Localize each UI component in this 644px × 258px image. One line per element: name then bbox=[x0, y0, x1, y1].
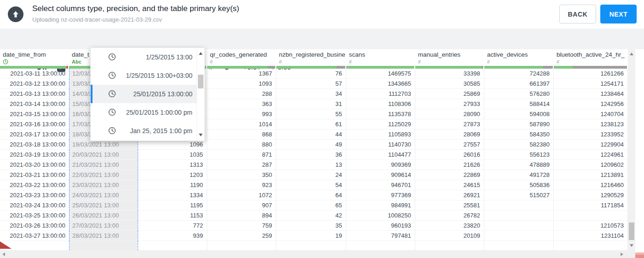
cell[interactable]: 1014 bbox=[207, 119, 276, 129]
vertical-scroll-thumb[interactable] bbox=[629, 223, 634, 240]
cell[interactable]: 993 bbox=[207, 109, 276, 119]
dropdown-option[interactable]: 1/25/2015 13:00 bbox=[91, 48, 197, 66]
dropdown-option[interactable]: Jan 25, 2015 1:00 pm bbox=[91, 122, 197, 140]
cell[interactable]: 2021-03-19 13:00:00 bbox=[0, 150, 69, 160]
cell[interactable]: 363 bbox=[207, 99, 276, 109]
cell[interactable]: 1035 bbox=[138, 150, 207, 160]
cell[interactable]: 34 bbox=[276, 89, 346, 99]
cell[interactable]: 31 bbox=[276, 99, 346, 109]
cell[interactable]: 27/03/2021 13:00 bbox=[69, 221, 138, 231]
cell[interactable]: 288 bbox=[207, 89, 276, 99]
cell[interactable]: 797481 bbox=[346, 231, 415, 241]
dropdown-option[interactable]: 1/25/2015 13:00+03:00 bbox=[91, 66, 197, 85]
vertical-scrollbar[interactable] bbox=[628, 49, 635, 250]
cell[interactable]: 587890 bbox=[484, 119, 554, 129]
cell[interactable]: 20109 bbox=[415, 231, 484, 241]
cell[interactable]: 1240704 bbox=[554, 109, 628, 119]
column-header-date_time_from[interactable]: date_time_from bbox=[0, 49, 69, 66]
back-button[interactable]: BACK bbox=[559, 5, 596, 23]
dropdown-option[interactable]: 25/01/2015 13:00:00 bbox=[91, 85, 197, 103]
horizontal-scrollbar[interactable] bbox=[0, 250, 635, 258]
cell[interactable]: 1224961 bbox=[554, 150, 628, 160]
cell[interactable]: 30585 bbox=[415, 79, 484, 89]
cell[interactable]: 26921 bbox=[415, 190, 484, 200]
cell[interactable]: 20/03/2021 13:00 bbox=[69, 150, 138, 160]
cell[interactable]: 33398 bbox=[415, 69, 484, 79]
cell[interactable]: 1313 bbox=[138, 160, 207, 170]
cell[interactable]: 939 bbox=[138, 231, 207, 241]
cell[interactable]: 1343665 bbox=[346, 79, 415, 89]
cell[interactable]: 55 bbox=[276, 109, 346, 119]
cell[interactable]: 19 bbox=[276, 231, 346, 241]
cell[interactable]: 1190 bbox=[138, 180, 207, 190]
cell[interactable] bbox=[276, 241, 346, 250]
dropdown-option[interactable]: 25/01/2015 1:00:00 pm bbox=[91, 103, 197, 122]
cell[interactable]: 1290529 bbox=[554, 190, 628, 200]
cell[interactable]: 2021-03-13 13:00:00 bbox=[0, 89, 69, 99]
column-header-qr_codes_generated[interactable]: qr_codes_generated# bbox=[207, 49, 276, 66]
cell[interactable]: 25/03/2021 13:00 bbox=[69, 200, 138, 211]
cell[interactable]: 1216460 bbox=[554, 180, 628, 190]
cell[interactable]: 556123 bbox=[484, 150, 554, 160]
cell[interactable]: 19/03/2021 13:00 bbox=[69, 140, 138, 150]
cell[interactable]: 946701 bbox=[346, 180, 415, 190]
cell[interactable]: 977369 bbox=[346, 190, 415, 200]
cell[interactable]: 2021-03-11 13:00:00 bbox=[0, 69, 69, 79]
cell[interactable]: 907 bbox=[207, 200, 276, 211]
cell[interactable]: 23820 bbox=[415, 221, 484, 231]
cell[interactable]: 1231104 bbox=[554, 231, 628, 241]
cell[interactable]: 1367 bbox=[207, 69, 276, 79]
cell[interactable] bbox=[484, 200, 554, 211]
cell[interactable]: 13 bbox=[276, 160, 346, 170]
cell[interactable]: 759 bbox=[207, 221, 276, 231]
cell[interactable]: 1112703 bbox=[346, 89, 415, 99]
cell[interactable]: 1238123 bbox=[554, 119, 628, 129]
cell[interactable]: 1254171 bbox=[554, 79, 628, 89]
cell[interactable]: 26/03/2021 13:00 bbox=[69, 211, 138, 221]
cell[interactable]: 287 bbox=[207, 160, 276, 170]
cell[interactable]: 1242956 bbox=[554, 99, 628, 109]
cell[interactable]: 1093 bbox=[207, 79, 276, 89]
cell[interactable]: 515027 bbox=[484, 190, 554, 200]
cell[interactable]: 2021-03-23 13:00:00 bbox=[0, 190, 69, 200]
cell[interactable]: 2021-03-20 13:00:00 bbox=[0, 160, 69, 170]
cell[interactable]: 1140730 bbox=[346, 140, 415, 150]
cell[interactable]: 1108306 bbox=[346, 99, 415, 109]
cell[interactable]: 36 bbox=[276, 150, 346, 160]
cell[interactable]: 61 bbox=[276, 119, 346, 129]
cell[interactable] bbox=[69, 241, 138, 250]
cell[interactable]: 491728 bbox=[484, 170, 554, 180]
cell[interactable] bbox=[346, 241, 415, 250]
cell[interactable]: 2021-03-17 13:00:00 bbox=[0, 129, 69, 140]
cell[interactable]: 24615 bbox=[415, 180, 484, 190]
dropdown-scroll-up-icon[interactable] bbox=[199, 52, 203, 55]
cell[interactable]: 57 bbox=[276, 79, 346, 89]
cell[interactable]: 2021-03-18 13:00:00 bbox=[0, 140, 69, 150]
cell[interactable]: 1104477 bbox=[346, 150, 415, 160]
next-button[interactable]: NEXT bbox=[600, 5, 637, 23]
cell[interactable]: 1008250 bbox=[346, 211, 415, 221]
cell[interactable]: 1334 bbox=[138, 190, 207, 200]
scroll-down-icon[interactable] bbox=[630, 244, 633, 247]
dropdown-scroll-thumb[interactable] bbox=[198, 75, 203, 88]
cell[interactable]: 21/03/2021 13:00 bbox=[69, 160, 138, 170]
cell[interactable] bbox=[484, 221, 554, 231]
cell[interactable]: 478889 bbox=[484, 160, 554, 170]
cell[interactable]: 1203 bbox=[138, 170, 207, 180]
cell[interactable]: 2021-03-27 13:00:00 bbox=[0, 231, 69, 241]
cell[interactable]: 1229904 bbox=[554, 140, 628, 150]
cell[interactable]: 1135378 bbox=[346, 109, 415, 119]
cell[interactable]: 27557 bbox=[415, 140, 484, 150]
cell[interactable]: 1210573 bbox=[554, 221, 628, 231]
cell[interactable]: 25581 bbox=[415, 200, 484, 211]
cell[interactable]: 1238464 bbox=[554, 89, 628, 99]
cell[interactable]: 2021-03-22 13:00:00 bbox=[0, 180, 69, 190]
cell[interactable]: 894 bbox=[207, 211, 276, 221]
column-header-scans[interactable]: scans# bbox=[346, 49, 415, 66]
cell[interactable]: 2021-03-21 13:00:00 bbox=[0, 170, 69, 180]
cell[interactable]: 909369 bbox=[346, 160, 415, 170]
cell[interactable]: 724288 bbox=[484, 69, 554, 79]
cell[interactable] bbox=[207, 241, 276, 250]
scroll-left-icon[interactable] bbox=[2, 252, 5, 256]
cell[interactable]: 772 bbox=[138, 221, 207, 231]
